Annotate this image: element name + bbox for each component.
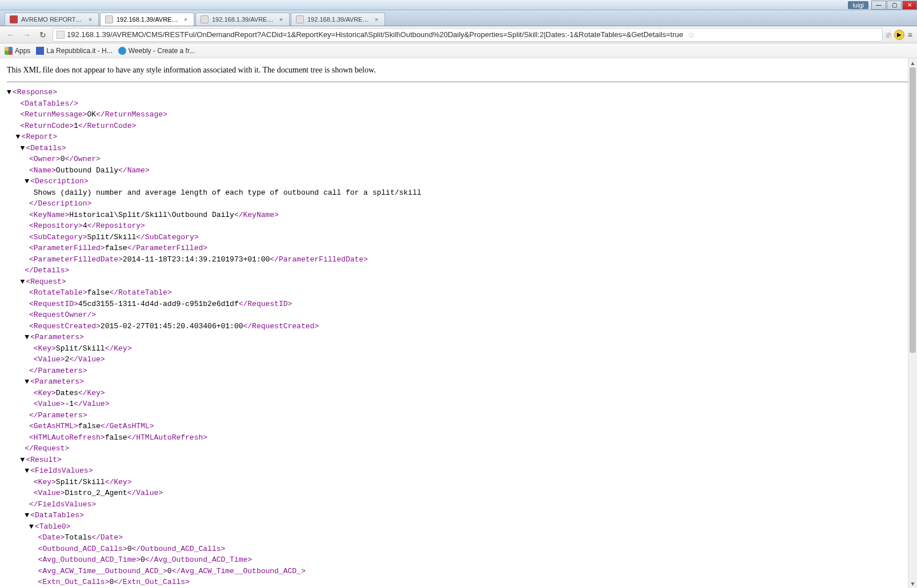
page-content: This XML file does not appear to have an… <box>0 58 917 588</box>
xml-node: <Value>-1</Value> <box>7 398 910 410</box>
xml-node: <Repository>4</Repository> <box>7 220 910 232</box>
xml-node: <Date>Totals</Date> <box>7 532 910 543</box>
bookmarks-bar: Apps La Repubblica.it - H... Weebly - Cr… <box>0 43 917 58</box>
xml-node: </Description> <box>7 198 910 210</box>
collapse-toggle-icon[interactable]: ▼ <box>16 131 22 143</box>
reload-button[interactable]: ↻ <box>37 29 49 41</box>
address-bar: ← → ↻ 192.168.1.39/AVREMO/CMS/RESTFul/On… <box>0 26 917 43</box>
collapse-toggle-icon[interactable]: ▼ <box>20 276 26 288</box>
tab-title: AVREMO REPORT EXPLO <box>21 16 83 23</box>
tab-close-icon[interactable]: × <box>278 16 285 23</box>
xml-node: <Owner>0</Owner> <box>7 154 910 165</box>
xml-node: <RotateTable>false</RotateTable> <box>7 287 910 299</box>
xml-node: <RequestOwner/> <box>7 309 910 321</box>
bookmark-item[interactable]: Weebly - Create a fr... <box>118 47 195 55</box>
screen-share-icon[interactable]: ⎚ <box>886 30 891 39</box>
xml-node: <Key>Dates</Key> <box>7 388 910 399</box>
xml-node: <ReturnMessage>OK</ReturnMessage> <box>7 109 910 120</box>
xml-node: <ParameterFilledDate>2014-11-18T23:14:39… <box>7 254 910 265</box>
xml-node: </Request> <box>7 443 910 454</box>
xml-node: <SubCategory>Split/Skill</SubCategory> <box>7 232 910 243</box>
tab-title: 192.168.1.39/AVREMO/CM <box>212 16 274 23</box>
browser-tab[interactable]: 192.168.1.39/AVREMO/C × <box>100 13 194 26</box>
collapse-toggle-icon[interactable]: ▼ <box>25 510 30 521</box>
xml-node: <DataTables/> <box>7 98 910 110</box>
user-badge: luigi <box>848 1 868 9</box>
xml-node: <Avg_Outbound_ACD_Time>0</Avg_Outbound_A… <box>7 554 910 566</box>
xml-node: ▼<Details> <box>7 143 910 154</box>
browser-tab[interactable]: AVREMO REPORT EXPLO × <box>5 13 99 26</box>
xml-node: <HTMLAutoRefresh>false</HTMLAutoRefresh> <box>7 432 910 444</box>
extension-icon[interactable]: ▶ <box>894 30 904 40</box>
bookmark-label: Weebly - Create a fr... <box>129 47 195 55</box>
window-titlebar: luigi — ▢ ✕ <box>0 0 917 10</box>
bookmark-item[interactable]: La Repubblica.it - H... <box>36 47 112 55</box>
xml-node: <Value>2</Value> <box>7 354 910 365</box>
tab-title: 192.168.1.39/AVREMO/CM <box>307 16 370 23</box>
xml-node: </FieldsValues> <box>7 499 910 510</box>
forward-button[interactable]: → <box>21 29 33 41</box>
xml-node: <KeyName>Historical\Split/Skill\Outbound… <box>7 210 910 221</box>
scrollbar-thumb[interactable] <box>910 67 916 353</box>
xml-node: <GetAsHTML>false</GetAsHTML> <box>7 421 910 432</box>
url-input[interactable]: 192.168.1.39/AVREMO/CMS/RESTFul/OnDemand… <box>53 28 883 42</box>
bookmark-star-icon[interactable]: ☆ <box>688 30 695 39</box>
xml-node: ▼<Parameters> <box>7 376 910 388</box>
vertical-scrollbar[interactable]: ▲ ▼ <box>908 58 917 588</box>
xml-node: <Outbound_ACD_Calls>0</Outbound_ACD_Call… <box>7 543 910 555</box>
tab-favicon-icon <box>105 15 113 23</box>
collapse-toggle-icon[interactable]: ▼ <box>29 521 35 533</box>
maximize-button[interactable]: ▢ <box>887 1 902 10</box>
collapse-toggle-icon[interactable]: ▼ <box>7 87 13 98</box>
xml-node: <ReturnCode>1</ReturnCode> <box>7 120 910 132</box>
collapse-toggle-icon[interactable]: ▼ <box>25 176 30 187</box>
xml-node: <Value>Distro_2_Agent</Value> <box>7 488 910 499</box>
browser-tab[interactable]: 192.168.1.39/AVREMO/CM × <box>195 13 290 26</box>
xml-node: <Key>Split/Skill</Key> <box>7 477 910 488</box>
xml-node: ▼<FieldsValues> <box>7 465 910 477</box>
tab-close-icon[interactable]: × <box>87 16 94 23</box>
collapse-toggle-icon[interactable]: ▼ <box>20 454 26 466</box>
content-divider <box>7 82 910 82</box>
xml-node: <Name>Outbound Daily</Name> <box>7 165 910 176</box>
bookmark-label: Apps <box>15 47 30 55</box>
collapse-toggle-icon[interactable]: ▼ <box>25 376 30 388</box>
xml-node: <RequestID>45cd3155-1311-4d4d-add9-c951b… <box>7 299 910 310</box>
hamburger-menu-icon[interactable]: ≡ <box>908 30 912 39</box>
scroll-down-arrow-icon[interactable]: ▼ <box>908 579 917 588</box>
back-button[interactable]: ← <box>5 29 17 41</box>
xml-node: </Details> <box>7 265 910 276</box>
xml-node: ▼<DataTables> <box>7 510 910 521</box>
xml-node: </Parameters> <box>7 365 910 377</box>
tab-close-icon[interactable]: × <box>182 16 189 23</box>
xml-node: ▼<Parameters> <box>7 332 910 343</box>
collapse-toggle-icon[interactable]: ▼ <box>20 143 26 154</box>
bookmark-label: La Repubblica.it - H... <box>46 47 112 55</box>
minimize-button[interactable]: — <box>871 1 886 10</box>
xml-node: <RequestCreated>2015-02-27T01:45:20.4034… <box>7 321 910 332</box>
apps-bookmark[interactable]: Apps <box>5 47 30 55</box>
tab-title: 192.168.1.39/AVREMO/C <box>117 16 179 23</box>
xml-notice: This XML file does not appear to have an… <box>7 63 910 79</box>
xml-node: <Avg_ACW_Time__Outbound_ACD_>0</Avg_ACW_… <box>7 566 910 577</box>
apps-grid-icon <box>5 47 13 55</box>
collapse-toggle-icon[interactable]: ▼ <box>25 465 30 477</box>
xml-node: </Parameters> <box>7 410 910 421</box>
site-favicon-icon <box>118 47 126 55</box>
xml-node: <ParameterFilled>false</ParameterFilled> <box>7 243 910 254</box>
scroll-up-arrow-icon[interactable]: ▲ <box>908 58 917 67</box>
close-window-button[interactable]: ✕ <box>902 1 917 10</box>
browser-tab[interactable]: 192.168.1.39/AVREMO/CM × <box>291 13 385 26</box>
tab-close-icon[interactable]: × <box>373 16 380 23</box>
url-text: 192.168.1.39/AVREMO/CMS/RESTFul/OnDemand… <box>67 30 683 39</box>
tab-favicon-icon <box>10 15 18 23</box>
site-favicon-icon <box>36 47 44 55</box>
xml-tree: ▼<Response> <DataTables/> <ReturnMessage… <box>7 87 910 588</box>
browser-tab-bar: AVREMO REPORT EXPLO × 192.168.1.39/AVREM… <box>0 10 917 26</box>
xml-node: <Extn_Out_Calls>0</Extn_Out_Calls> <box>7 577 910 588</box>
page-icon <box>57 31 65 39</box>
xml-node: ▼<Table0> <box>7 521 910 533</box>
xml-node: ▼<Result> <box>7 454 910 466</box>
collapse-toggle-icon[interactable]: ▼ <box>25 332 30 343</box>
xml-node: ▼<Response> <box>7 87 910 98</box>
